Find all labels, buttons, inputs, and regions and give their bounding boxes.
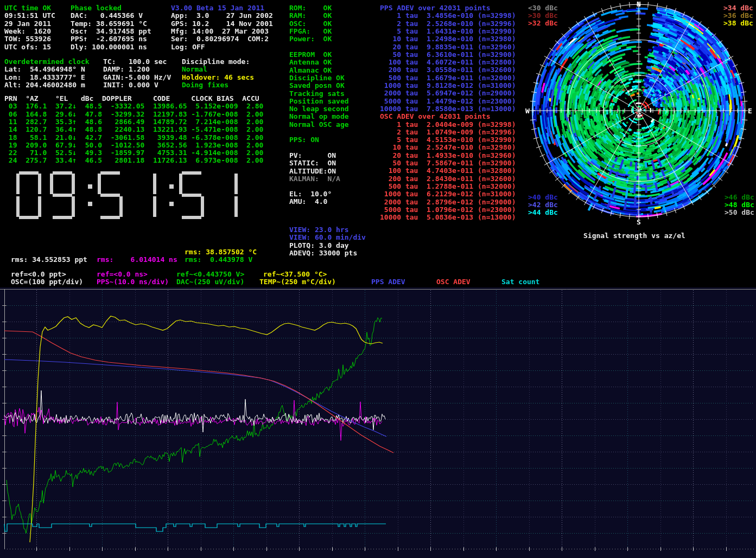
version-block-line-3: Mfg: 14:00 27 Mar 2003 — [171, 28, 269, 35]
version-block-line-4: Ser: 0.80296974 COM:2 — [171, 35, 269, 43]
view-block-line-1: VIEW: 60.0 min/div — [289, 234, 366, 241]
health-block-line-6: Position saved — [289, 98, 349, 105]
adev-tables-line-19: 20 tau 1.4933e-010 (n=32960) — [380, 152, 516, 159]
dbc-gt38: >38 dBc — [723, 20, 753, 27]
view-block-line-2: PLOTQ: 3.0 day — [289, 242, 349, 249]
ref-osc: ref=<0.0 ppt> — [11, 271, 66, 278]
health-block-line-3: Discipline OK — [289, 74, 345, 82]
position-block-line-3: Alt: 204.46002480 m — [4, 81, 85, 89]
position-block-line-0: Overdetermined clock — [4, 58, 90, 66]
health-block-line-9: Normal OSC age — [289, 121, 349, 129]
selftest-block-line-3: FPGA: OK — [289, 28, 332, 35]
loop-params-block-line-1: DAMP: 1.200 — [103, 66, 150, 73]
ref-temp: ref~<37.500 °C> — [263, 271, 327, 278]
fix-mode-block-line-3: KALMAN: N/A — [289, 175, 340, 183]
adev-tables-line-27: 10000 tau 5.0836e-013 (n=13000) — [380, 214, 516, 221]
status-text-layer: UTC time OK09:51:51 UTC29 Jan 2011Week: … — [0, 0, 756, 558]
dbc-gt48: >48 dBc — [725, 201, 754, 209]
satellite-table-line-8: 24 275.7 33.4↑ 46.5 2801.18 11726.13 6.9… — [4, 157, 263, 164]
adev-tables-line-13: 10000 tau 7.8580e-013 (n=13000) — [380, 105, 516, 113]
adev-tables-line-6: 50 tau 6.3610e-011 (n=32900) — [380, 51, 516, 59]
adev-tables-line-18: 10 tau 2.5247e-010 (n=32980) — [380, 144, 516, 151]
loop-params-block-line-2: GAIN:-5.000 Hz/V — [103, 74, 171, 81]
loop-params-block-line-0: TC: 100.0 sec — [103, 58, 167, 66]
legend-sat-count: Sat count — [501, 278, 539, 286]
phase-lock-block-line-2: Temp: 38.659691 °C — [71, 20, 147, 28]
mask-block-line-1: AMU: 4.0 — [289, 198, 327, 206]
satellite-table-line-5: 18 58.1 21.0↓ 42.7 -3061.58 3939.48 -6.3… — [4, 134, 263, 142]
adev-tables-line-10: 1000 tau 9.8128e-012 (n=31000) — [380, 82, 516, 89]
utc-status-block-line-2: 29 Jan 2011 — [4, 20, 51, 28]
position-block-line-2: Lon: 18.4333777° E — [4, 74, 85, 81]
phase-lock-block-line-3: Osc↑ 34.917458 ppt — [71, 28, 151, 35]
discipline-mode-block-line-0: Discipline mode: — [182, 58, 250, 66]
satellite-table-line-3: 11 282.7 35.3↑ 48.6 2866.49 14789.72 7.2… — [4, 118, 263, 126]
satellite-table-line-0: PRN °AZ °EL dBc DOPPLER CODE CLOCK BIAS … — [4, 95, 259, 102]
adev-tables-line-4: 10 tau 1.2498e-010 (n=32980) — [380, 35, 516, 43]
utc-status-block-line-3: Week: 1620 — [4, 28, 51, 35]
selftest-block-line-4: Power: OK — [289, 35, 332, 43]
loop-params-block-line-3: INIT: 0.000 V — [103, 81, 158, 89]
ref-dac: ref~<0.443750 V> — [176, 271, 244, 278]
rms-dac: rms: 0.443978 V — [185, 256, 252, 264]
version-block-line-0: V3.00 Beta 15 Jan 2011 — [171, 4, 264, 12]
adev-tables-line-23: 500 tau 1.2788e-011 (n=32000) — [380, 183, 516, 190]
adev-tables-line-2: 2 tau 2.5268e-010 (n=32996) — [380, 20, 516, 28]
dbc-gt32: >32 dBc — [528, 20, 558, 27]
health-block-line-0: EEPROM OK — [289, 51, 332, 59]
phase-lock-block-line-5: Dly: 100.000001 ns — [71, 43, 147, 51]
dbc-gt40: >40 dBc — [528, 194, 558, 201]
health-block-line-8: Normal op mode — [289, 113, 349, 120]
discipline-mode-block-line-3: Doing fixes — [182, 81, 228, 89]
satellite-table-line-7: 22 71.0 52.5↓ 49.3 -1859.97 4753.31 -4.9… — [4, 149, 263, 157]
lady-heather-screen: UTC time OK09:51:51 UTC29 Jan 2011Week: … — [0, 0, 756, 558]
adev-tables-line-17: 5 tau 4.5153e-010 (n=32990) — [380, 136, 516, 144]
legend-osc-adev: OSC ADEV — [436, 278, 471, 286]
adev-tables-line-3: 5 tau 1.6431e-010 (n=32990) — [380, 28, 516, 35]
adev-tables-line-16: 2 tau 1.0749e-009 (n=32996) — [380, 129, 516, 136]
mask-block-line-0: EL: 10.0° — [289, 190, 332, 198]
fix-mode-block-line-1: STATIC: ON — [289, 159, 336, 167]
adev-tables-line-21: 100 tau 4.7403e-011 (n=32800) — [380, 167, 516, 175]
rms-temp: rms: 38.857502 °C — [185, 248, 257, 256]
dbc-lt30: <30 dBc — [528, 4, 558, 12]
phase-lock-block-line-4: PPS↑ -2.607695 ns — [71, 35, 147, 43]
adev-tables-line-0: PPS ADEV over 42031 points — [380, 4, 491, 12]
dbc-gt36: >36 dBc — [723, 12, 753, 20]
adev-tables-line-1: 1 tau 3.4856e-010 (n=32998) — [380, 12, 516, 20]
utc-status-block-line-5: UTC ofs: 15 — [4, 43, 51, 51]
polar-plot-title: Signal strength vs az/el — [583, 232, 685, 240]
version-block-line-5: Log: OFF — [171, 43, 205, 51]
version-block-line-2: GPS: 10.2 14 Nov 2001 — [171, 20, 273, 28]
adev-tables-line-12: 5000 tau 1.4479e-012 (n=23000) — [380, 98, 516, 105]
adev-tables-line-8: 200 tau 3.0558e-011 (n=32600) — [380, 66, 516, 74]
adev-tables-line-11: 2000 tau 5.6947e-012 (n=29000) — [380, 89, 516, 97]
utc-status-block-line-1: 09:51:51 UTC — [4, 12, 55, 20]
view-block-line-0: VIEW: 23.0 hrs — [289, 226, 349, 234]
health-block-line-5: Tracking sats — [289, 90, 345, 98]
adev-tables-line-14: OSC ADEV over 42031 points — [380, 113, 491, 120]
discipline-mode-block-line-2: Holdover: 46 secs — [182, 74, 254, 81]
version-block-line-1: App: 3.0 27 Jun 2002 — [171, 12, 273, 20]
adev-tables-line-26: 5000 tau 1.0796e-012 (n=23000) — [380, 206, 516, 214]
adev-tables-line-20: 50 tau 7.5867e-011 (n=32900) — [380, 159, 516, 167]
selftest-block-line-2: OSC: OK — [289, 20, 332, 28]
selftest-block-line-1: RAM: OK — [289, 12, 332, 20]
adev-tables-line-24: 1000 tau 6.2129e-012 (n=31000) — [380, 190, 516, 198]
satellite-table-line-2: 06 164.8 29.6↓ 47.8 -3299.32 12197.83 -1… — [4, 111, 263, 118]
scale-temp: TEMP~(250 m°C/div) — [259, 278, 336, 286]
adev-tables-line-15: 1 tau 2.0404e-009 (n=32998) — [380, 121, 516, 129]
adev-tables-line-22: 200 tau 2.8430e-011 (n=32600) — [380, 175, 516, 183]
rms-pps: rms: 6.014014 ns — [97, 256, 177, 264]
position-block-line-1: Lat: 54.4964948° N — [4, 66, 85, 73]
dbc-gt50: >50 dBc — [725, 209, 754, 216]
phase-lock-block-line-0: Phase locked — [71, 4, 122, 12]
health-block-line-7: No leap second — [289, 105, 349, 113]
dbc-gt30: >30 dBc — [528, 12, 558, 20]
view-block-line-3: ADEVQ: 33000 pts — [289, 249, 357, 257]
dbc-gt44: >44 dBc — [528, 209, 558, 216]
discipline-mode-block-line-1: Normal — [182, 66, 207, 73]
dbc-gt34: >34 dBc — [723, 4, 753, 12]
pps-state-block-line-0: PPS: ON — [289, 136, 319, 144]
fix-mode-block-line-2: ALTITUDE:ON — [289, 168, 336, 175]
